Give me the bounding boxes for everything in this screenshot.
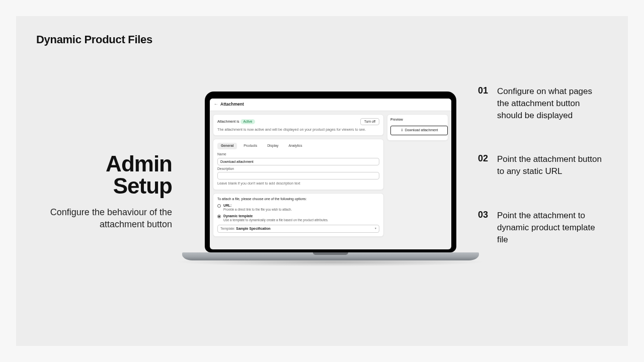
admin-side-column: Preview ⇩Download attachment (387, 114, 448, 237)
description-label: Description (217, 167, 379, 171)
status-badge: Active (240, 119, 256, 124)
step-text: Configure on what pages the attachment b… (497, 85, 605, 121)
headline-subtitle: Configure the behaviour of the attachmen… (41, 206, 172, 231)
step-text: Point the attachment button to any stati… (497, 153, 605, 177)
description-helper: Leave blank if you don't want to add des… (217, 181, 379, 186)
brand-title: Dynamic Product Files (36, 33, 152, 46)
step-03: 03 Point the attachment to dynamic produ… (474, 210, 605, 245)
slide-canvas: Dynamic Product Files Admin Setup Config… (16, 16, 628, 346)
tab-analytics[interactable]: Analytics (285, 143, 305, 149)
laptop-base (182, 252, 479, 260)
steps-list: 01 Configure on what pages the attachmen… (474, 85, 605, 278)
laptop-lid: ← Attachment Attachment is Active (205, 92, 456, 252)
turn-off-button[interactable]: Turn off (360, 118, 379, 125)
radio-url[interactable] (217, 204, 221, 208)
preview-download-label: Download attachment (405, 128, 438, 132)
preview-title: Preview (390, 118, 446, 122)
option-dynamic-title: Dynamic template (223, 214, 329, 219)
laptop-mockup: ← Attachment Attachment is Active (197, 92, 464, 266)
chevron-updown-icon: ▾ (375, 227, 376, 231)
admin-main-column: Attachment is Active Turn off The attach… (213, 114, 384, 237)
name-label: Name (217, 152, 379, 157)
headline-block: Admin Setup Configure the behaviour of t… (41, 153, 172, 231)
back-arrow-icon[interactable]: ← (214, 102, 218, 108)
option-url-row[interactable]: URL: Provide a direct link to the file y… (217, 204, 379, 212)
tab-products[interactable]: Products (240, 143, 261, 149)
status-prefix: Attachment is (217, 119, 239, 124)
step-02: 02 Point the attachment button to any st… (474, 153, 605, 177)
status-helper: The attachment is now active and will be… (217, 127, 379, 132)
tab-general[interactable]: General (217, 143, 237, 149)
admin-body: Attachment is Active Turn off The attach… (210, 111, 451, 240)
template-select[interactable]: Template: Sample Specification ▾ (217, 225, 379, 233)
settings-card: General Products Display Analytics Name … (213, 139, 384, 190)
status-card: Attachment is Active Turn off The attach… (213, 114, 384, 136)
preview-download-button[interactable]: ⇩Download attachment (390, 126, 448, 135)
option-url-desc: Provide a direct link to the file you wi… (223, 208, 292, 212)
step-01: 01 Configure on what pages the attachmen… (474, 85, 605, 121)
preview-card: Preview ⇩Download attachment (387, 114, 448, 141)
option-url-title: URL: (223, 204, 292, 208)
attach-prompt: To attach a file, please choose one of t… (217, 197, 379, 202)
template-label: Template: (220, 227, 235, 230)
status-line: Attachment is Active (217, 119, 255, 124)
tabs: General Products Display Analytics (217, 143, 379, 149)
admin-topbar: ← Attachment (210, 99, 451, 111)
option-dynamic-desc: Use a template to dynamically create a f… (223, 218, 329, 222)
radio-dynamic[interactable] (217, 215, 221, 218)
tab-display[interactable]: Display (264, 143, 282, 149)
option-dynamic-row[interactable]: Dynamic template Use a template to dynam… (217, 214, 379, 223)
admin-screenshot: ← Attachment Attachment is Active (210, 99, 451, 249)
step-number: 03 (474, 210, 488, 245)
name-input[interactable] (217, 158, 379, 165)
download-icon: ⇩ (400, 128, 404, 132)
description-input[interactable] (217, 172, 379, 179)
step-number: 01 (474, 85, 488, 121)
step-number: 02 (474, 153, 488, 177)
attach-options-card: To attach a file, please choose one of t… (213, 193, 384, 237)
step-text: Point the attachment to dynamic product … (497, 210, 605, 245)
template-value: Sample Specification (236, 227, 270, 230)
admin-page-title: Attachment (220, 102, 244, 107)
headline-title: Admin Setup (41, 153, 172, 197)
